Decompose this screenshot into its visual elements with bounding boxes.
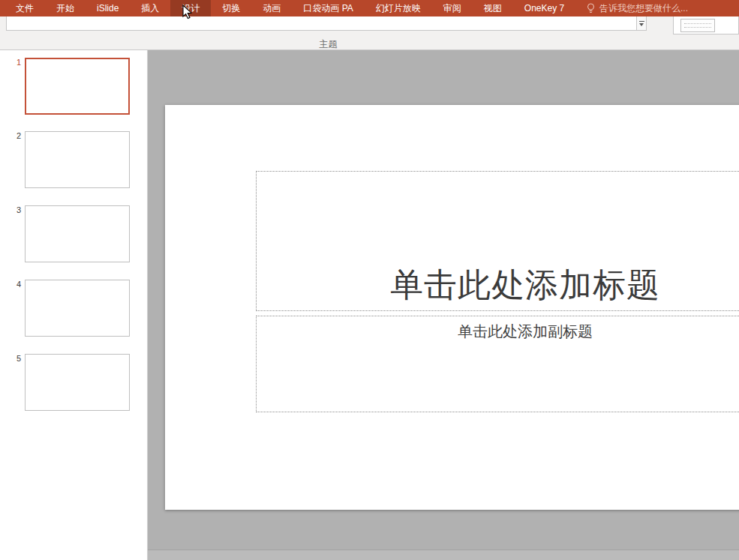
variant-thumbnail[interactable] — [680, 19, 715, 32]
slide-thumbnail-image[interactable] — [25, 354, 130, 411]
slide-editor-area: 单击此处添加标题 单击此处添加副标题 — [148, 50, 739, 560]
ribbon-body: 主题 — [0, 16, 739, 50]
slide-thumbnail-image[interactable] — [25, 280, 130, 337]
slide-thumbnail-image[interactable] — [25, 205, 130, 262]
variants-gallery[interactable] — [673, 16, 739, 34]
slide-thumbnails-panel: 1 2 3 4 5 — [0, 50, 148, 560]
gallery-more-dropdown-icon — [639, 21, 644, 22]
slide-number: 2 — [11, 131, 21, 140]
slide-thumbnail-image[interactable] — [25, 131, 130, 188]
tab-slideshow[interactable]: 幻灯片放映 — [365, 0, 432, 16]
tab-pocket-animation[interactable]: 口袋动画 PA — [292, 0, 364, 16]
slide-number: 5 — [11, 354, 21, 363]
tab-animations[interactable]: 动画 — [251, 0, 292, 16]
slide-canvas[interactable]: 单击此处添加标题 单击此处添加副标题 — [165, 105, 739, 510]
tab-design[interactable]: 设计 — [170, 0, 211, 16]
tab-transitions[interactable]: 切换 — [211, 0, 251, 16]
title-placeholder[interactable]: 单击此处添加标题 — [256, 171, 739, 311]
tab-file[interactable]: 文件 — [5, 0, 45, 16]
tab-islide[interactable]: iSlide — [86, 0, 130, 16]
themes-gallery-more-button[interactable] — [636, 16, 646, 30]
tab-view[interactable]: 视图 — [473, 0, 513, 16]
tab-home[interactable]: 开始 — [45, 0, 86, 16]
bottom-scroll-strip[interactable] — [148, 550, 739, 560]
title-placeholder-text: 单击此处添加标题 — [390, 263, 660, 307]
tell-me-box[interactable]: 告诉我您想要做什么... — [587, 0, 688, 16]
slide-number: 4 — [11, 280, 21, 289]
slide-number: 3 — [11, 205, 21, 214]
subtitle-placeholder-text: 单击此处添加副标题 — [458, 322, 593, 342]
themes-group-label: 主题 — [296, 38, 360, 51]
ribbon-tab-bar: 文件 开始 iSlide 插入 设计 切换 动画 口袋动画 PA 幻灯片放映 审… — [0, 0, 739, 16]
slide-thumbnail-image[interactable] — [25, 58, 130, 115]
subtitle-placeholder[interactable]: 单击此处添加副标题 — [256, 316, 739, 412]
lightbulb-icon — [587, 3, 595, 13]
tab-review[interactable]: 审阅 — [432, 0, 473, 16]
powerpoint-window: 文件 开始 iSlide 插入 设计 切换 动画 口袋动画 PA 幻灯片放映 审… — [0, 0, 739, 560]
tab-insert[interactable]: 插入 — [130, 0, 170, 16]
tell-me-label: 告诉我您想要做什么... — [599, 2, 688, 15]
tab-onekey[interactable]: OneKey 7 — [513, 0, 575, 16]
slide-number: 1 — [11, 58, 21, 67]
themes-gallery[interactable] — [6, 16, 647, 31]
